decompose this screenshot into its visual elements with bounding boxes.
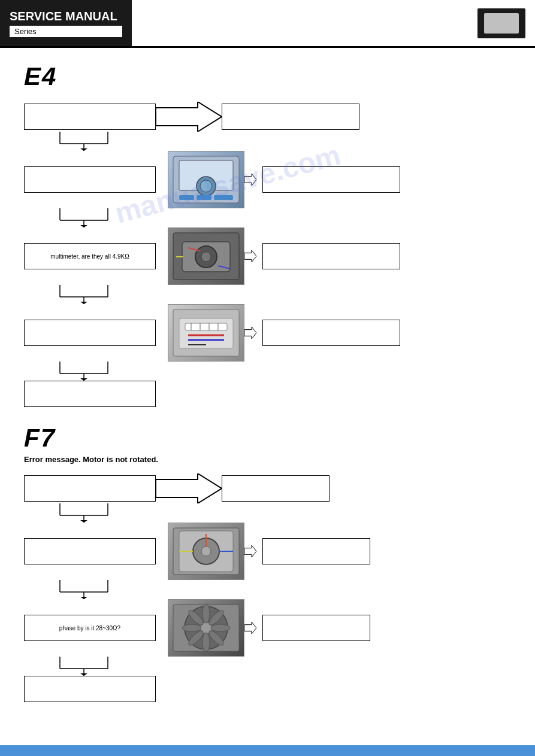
svg-rect-11 <box>197 195 211 200</box>
main-content: manualsave.com E4 <box>0 48 535 742</box>
e4-box3-right <box>262 243 400 269</box>
svg-marker-66 <box>80 597 87 599</box>
f7-down1 <box>24 503 156 523</box>
e4-box1-right <box>222 104 359 130</box>
svg-marker-61 <box>244 545 256 557</box>
f7-photo-fan-blade <box>168 599 244 657</box>
svg-rect-12 <box>214 195 233 200</box>
e4-down2 <box>24 208 156 227</box>
header: SERVICE MANUAL Series <box>0 0 535 48</box>
e4-down3 <box>24 285 156 304</box>
header-series: Series <box>10 26 122 37</box>
svg-marker-18 <box>80 225 87 227</box>
svg-point-74 <box>202 633 210 652</box>
e4-photo-motor <box>168 227 244 285</box>
svg-marker-78 <box>244 622 256 634</box>
f7-box1-right <box>222 475 330 502</box>
e4-row3: multimeter, are they all 4.9KΩ <box>24 227 511 285</box>
e4-row4 <box>24 304 511 362</box>
e4-small-arrow2 <box>244 171 256 189</box>
e4-box4-left <box>24 320 156 346</box>
f7-box3-right <box>262 615 370 641</box>
svg-rect-10 <box>179 195 194 200</box>
svg-marker-83 <box>80 673 87 676</box>
e4-heading: E4 <box>24 62 511 91</box>
svg-point-22 <box>201 252 211 262</box>
header-title-block: SERVICE MANUAL Series <box>0 0 132 46</box>
e4-row2 <box>24 151 511 208</box>
header-title: SERVICE MANUAL <box>10 10 122 23</box>
e4-diagram: multimeter, are they all 4.9KΩ <box>24 102 511 407</box>
e4-row5 <box>24 381 511 407</box>
svg-marker-47 <box>80 378 87 381</box>
f7-box1-left <box>24 475 156 502</box>
e4-down1 <box>24 132 156 151</box>
svg-marker-42 <box>244 327 256 339</box>
f7-down3 <box>24 657 156 676</box>
f7-small-arrow2 <box>244 542 256 560</box>
svg-point-72 <box>211 624 230 631</box>
f7-heading: F7 <box>24 424 511 453</box>
header-logo <box>477 8 525 38</box>
svg-marker-5 <box>80 148 87 151</box>
e4-down4 <box>24 362 156 381</box>
header-logo-image <box>484 13 519 34</box>
svg-point-57 <box>201 546 211 556</box>
svg-point-70 <box>202 604 210 623</box>
e4-small-arrow3 <box>244 247 256 265</box>
f7-down2 <box>24 580 156 599</box>
f7-row2 <box>24 523 511 580</box>
f7-box3-left: phase by is it 28~30Ω? <box>24 615 156 641</box>
e4-photo-connector <box>168 304 244 362</box>
e4-box5-left <box>24 381 156 407</box>
e4-box2-left <box>24 166 156 193</box>
e4-box4-right <box>262 320 400 346</box>
header-spacer <box>132 0 477 46</box>
f7-row1 <box>24 473 511 503</box>
footer-bar <box>0 745 535 756</box>
e4-row1 <box>24 102 511 132</box>
svg-point-9 <box>200 180 212 192</box>
e4-big-arrow1 <box>156 102 222 132</box>
svg-marker-26 <box>244 250 256 262</box>
f7-small-arrow3 <box>244 619 256 637</box>
svg-marker-48 <box>156 473 222 503</box>
svg-point-76 <box>182 624 201 631</box>
f7-box2-left <box>24 538 156 564</box>
f7-big-arrow1 <box>156 473 222 503</box>
e4-box3-left: multimeter, are they all 4.9KΩ <box>24 243 156 269</box>
f7-box2-right <box>262 538 370 564</box>
e4-photo-machine <box>168 151 244 208</box>
f7-photo-fan-motor <box>168 523 244 580</box>
e4-box2-right <box>262 166 400 193</box>
svg-marker-31 <box>80 302 87 304</box>
f7-box4-left <box>24 676 156 702</box>
svg-marker-0 <box>156 102 222 132</box>
e4-small-arrow4 <box>244 324 256 342</box>
f7-diagram: phase by is it 28~30Ω? <box>24 473 511 702</box>
f7-subtitle: Error message. Motor is not rotated. <box>24 455 511 464</box>
e4-box1-left <box>24 104 156 130</box>
f7-row3: phase by is it 28~30Ω? <box>24 599 511 657</box>
svg-marker-53 <box>80 520 87 523</box>
svg-marker-13 <box>244 174 256 186</box>
f7-row4 <box>24 676 511 702</box>
